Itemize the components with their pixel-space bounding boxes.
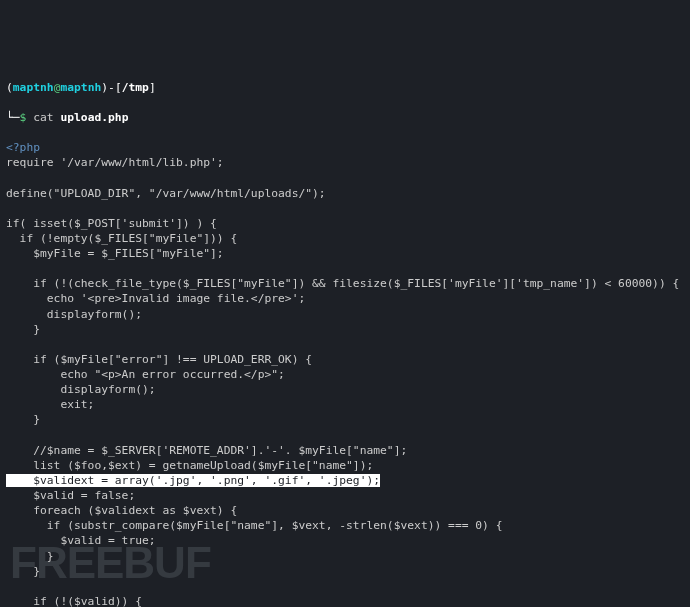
- highlighted-line: $validext = array('.jpg', '.png', '.gif'…: [6, 474, 380, 487]
- terminal-content: (maptnh@maptnh)-[/tmp] └─$ cat upload.ph…: [6, 65, 684, 608]
- code-line: $myFile = $_FILES["myFile"];: [6, 247, 224, 260]
- code-line: }: [6, 565, 40, 578]
- code-line: displayform();: [6, 383, 156, 396]
- code-line: if (!empty($_FILES["myFile"])) {: [6, 232, 237, 245]
- code-line: if ($myFile["error"] !== UPLOAD_ERR_OK) …: [6, 353, 312, 366]
- filename-arg: upload.php: [60, 111, 128, 124]
- paren-open: (: [6, 81, 13, 94]
- bracket-close: ]: [149, 81, 156, 94]
- code-line: echo '<pre>Invalid image file.</pre>';: [6, 292, 305, 305]
- code-line: }: [6, 550, 54, 563]
- hostname: maptnh: [60, 81, 101, 94]
- prompt-line-1: (maptnh@maptnh)-[/tmp]: [6, 80, 684, 95]
- code-line: $valid = false;: [6, 489, 135, 502]
- code-line: exit;: [6, 398, 94, 411]
- code-line: //$name = $_SERVER['REMOTE_ADDR'].'-'. $…: [6, 444, 407, 457]
- code-line: if( isset($_POST['submit']) ) {: [6, 217, 217, 230]
- php-open-tag: <?php: [6, 141, 40, 154]
- code-line: list ($foo,$ext) = getnameUpload($myFile…: [6, 459, 373, 472]
- command: cat: [33, 111, 60, 124]
- code-line: }: [6, 323, 40, 336]
- username: maptnh: [13, 81, 54, 94]
- dash: -: [108, 81, 115, 94]
- prompt-symbol: $: [20, 111, 27, 124]
- code-line: if (!($valid)) {: [6, 595, 142, 607]
- prompt-line-2: └─$ cat upload.php: [6, 110, 684, 125]
- code-line: if (substr_compare($myFile["name"], $vex…: [6, 519, 503, 532]
- code-line: if (!(check_file_type($_FILES["myFile"])…: [6, 277, 679, 290]
- code-line: }: [6, 413, 40, 426]
- code-line: require '/var/www/html/lib.php';: [6, 156, 224, 169]
- code-line: $valid = true;: [6, 534, 156, 547]
- cwd-path: /tmp: [122, 81, 149, 94]
- code-line: echo "<p>An error occurred.</p>";: [6, 368, 285, 381]
- bracket-open: [: [115, 81, 122, 94]
- code-line: define("UPLOAD_DIR", "/var/www/html/uplo…: [6, 187, 326, 200]
- code-line: displayform();: [6, 308, 142, 321]
- code-line: foreach ($validext as $vext) {: [6, 504, 237, 517]
